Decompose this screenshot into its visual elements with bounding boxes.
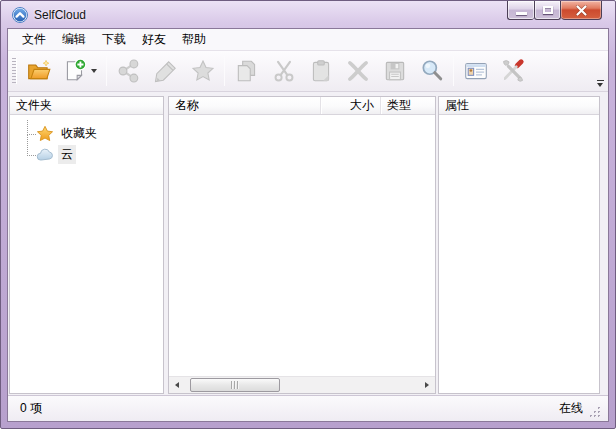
- overflow-bar: [597, 80, 604, 81]
- folders-panel-header: 文件夹: [10, 97, 163, 115]
- edit-icon: [153, 58, 179, 84]
- column-header-type[interactable]: 类型: [381, 97, 435, 114]
- arrow-right-icon: [425, 382, 429, 388]
- close-button[interactable]: [561, 1, 602, 20]
- selfcloud-window: SelfCloud 文件 编辑 下载 好友 帮助: [0, 0, 616, 429]
- title-bar[interactable]: SelfCloud: [1, 1, 615, 28]
- cloud-icon: [36, 146, 54, 164]
- column-header-name[interactable]: 名称: [169, 97, 321, 114]
- menu-bar: 文件 编辑 下载 好友 帮助: [8, 29, 608, 51]
- paste-button[interactable]: [302, 53, 339, 89]
- open-folder-icon: [26, 58, 52, 84]
- toolbar-separator: [453, 56, 454, 86]
- share-icon: [116, 58, 142, 84]
- client-area: 文件 编辑 下载 好友 帮助: [7, 28, 609, 422]
- toolbar: [8, 51, 608, 92]
- close-icon: [575, 5, 588, 16]
- edit-button[interactable]: [147, 53, 184, 89]
- toolbar-gripper[interactable]: [12, 58, 17, 84]
- attributes-panel: 属性: [438, 96, 600, 394]
- open-folder-button[interactable]: [20, 53, 57, 89]
- new-item-dropdown-arrow[interactable]: [91, 69, 97, 73]
- new-item-icon: [63, 58, 87, 84]
- new-item-button[interactable]: [57, 53, 103, 89]
- thumb-grip-icon: [231, 381, 240, 389]
- toolbar-separator: [106, 56, 107, 86]
- window-title: SelfCloud: [34, 8, 86, 22]
- selfcloud-app-icon: [12, 7, 28, 23]
- cut-button[interactable]: [265, 53, 302, 89]
- online-status-label: 在线: [559, 400, 583, 417]
- maximize-icon: [543, 6, 553, 14]
- folders-header-label: 文件夹: [10, 97, 58, 114]
- save-icon: [382, 58, 408, 84]
- item-count-label: 0 项: [20, 400, 42, 417]
- save-button[interactable]: [376, 53, 413, 89]
- contacts-icon: [463, 58, 489, 84]
- settings-button[interactable]: [494, 53, 531, 89]
- attributes-header-label: 属性: [439, 97, 475, 114]
- files-panel: 名称 大小 类型: [168, 96, 436, 394]
- folder-tree: 收藏夹 云: [10, 115, 163, 393]
- scroll-left-button[interactable]: [169, 377, 185, 394]
- delete-button[interactable]: [339, 53, 376, 89]
- scrollbar-thumb[interactable]: [190, 378, 280, 392]
- favorite-button[interactable]: [184, 53, 221, 89]
- tree-item-label: 收藏夹: [58, 124, 100, 143]
- files-column-header: 名称 大小 类型: [169, 97, 435, 115]
- attributes-body: [439, 115, 599, 393]
- scrollbar-track[interactable]: [185, 377, 419, 394]
- horizontal-scrollbar[interactable]: [169, 376, 435, 393]
- toolbar-separator: [224, 56, 225, 86]
- folders-panel: 文件夹 收藏夹: [9, 96, 164, 394]
- tree-item-label: 云: [58, 145, 76, 164]
- tree-item-cloud[interactable]: 云: [10, 144, 163, 165]
- toolbar-overflow-button[interactable]: [595, 80, 605, 87]
- favorite-star-icon: [190, 58, 216, 84]
- share-button[interactable]: [110, 53, 147, 89]
- menu-item-edit[interactable]: 编辑: [54, 28, 94, 51]
- file-list-body: [169, 115, 435, 376]
- search-icon: [419, 58, 445, 84]
- delete-icon: [345, 58, 371, 84]
- scroll-right-button[interactable]: [419, 377, 435, 394]
- menu-item-file[interactable]: 文件: [14, 28, 54, 51]
- copy-button[interactable]: [228, 53, 265, 89]
- status-bar: 0 项 在线: [8, 395, 608, 421]
- attributes-panel-header: 属性: [439, 97, 599, 115]
- cut-icon: [271, 58, 297, 84]
- menu-item-friends[interactable]: 好友: [134, 28, 174, 51]
- resize-grip[interactable]: [589, 406, 602, 419]
- column-header-size[interactable]: 大小: [321, 97, 381, 114]
- settings-icon: [500, 58, 526, 84]
- main-area: 文件夹 收藏夹: [8, 92, 608, 395]
- copy-icon: [234, 58, 260, 84]
- paste-icon: [308, 58, 334, 84]
- search-button[interactable]: [413, 53, 450, 89]
- contacts-button[interactable]: [457, 53, 494, 89]
- menu-item-download[interactable]: 下载: [94, 28, 134, 51]
- menu-item-help[interactable]: 帮助: [174, 28, 214, 51]
- star-icon: [36, 125, 54, 143]
- arrow-left-icon: [175, 382, 179, 388]
- maximize-button[interactable]: [534, 1, 561, 20]
- minimize-icon: [516, 12, 527, 15]
- minimize-button[interactable]: [507, 1, 534, 20]
- chevron-down-icon: [597, 83, 603, 87]
- window-controls: [507, 1, 602, 20]
